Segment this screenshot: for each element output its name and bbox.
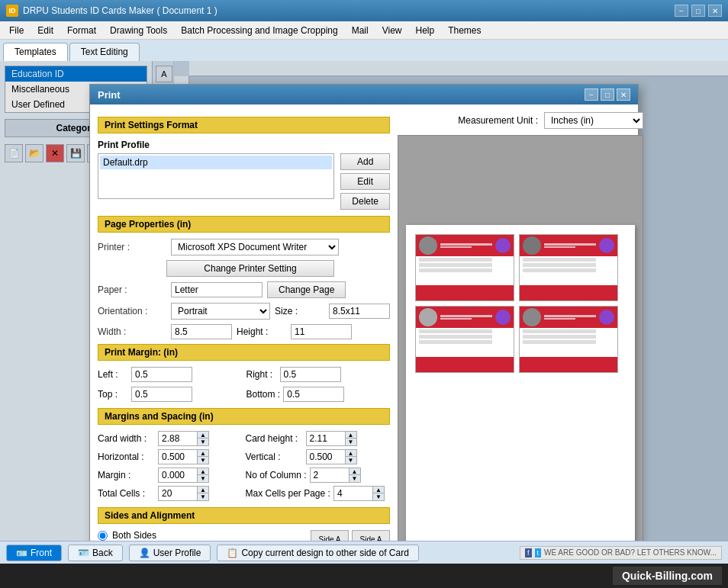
tab-bar: Templates Text Editing <box>0 40 728 61</box>
minimize-button[interactable]: − <box>675 5 688 17</box>
facebook-icon[interactable]: f <box>525 548 532 557</box>
no-column-spinbox-btns: ▲ ▼ <box>349 468 360 482</box>
back-tab[interactable]: 🪪 Back <box>68 545 123 561</box>
change-printer-button[interactable]: Change Printer Setting <box>166 260 334 277</box>
size-input[interactable] <box>329 304 390 319</box>
preview-card-4-body <box>520 328 617 357</box>
card-height-down[interactable]: ▼ <box>346 439 356 445</box>
no-column-input[interactable] <box>311 468 349 482</box>
margin-top-label: Top : <box>98 389 128 400</box>
tab-text-editing[interactable]: Text Editing <box>69 43 140 61</box>
card-width-label: Card width : <box>98 433 155 444</box>
measurement-select[interactable]: Inches (in) <box>544 112 643 129</box>
margin-grid: Left : Right : Top : <box>98 367 390 402</box>
height-input[interactable] <box>291 324 352 339</box>
no-column-down[interactable]: ▼ <box>350 475 360 482</box>
close-button[interactable]: ✕ <box>708 5 722 17</box>
max-cells-down[interactable]: ▼ <box>373 493 384 500</box>
card-height-up[interactable]: ▲ <box>346 432 356 439</box>
orientation-select[interactable]: Portrait <box>171 303 270 320</box>
menu-help[interactable]: Help <box>409 24 440 37</box>
user-profile-tab[interactable]: 👤 User Profile <box>129 545 211 561</box>
margin-left-input[interactable] <box>131 367 192 382</box>
card-width-up[interactable]: ▲ <box>198 432 208 439</box>
tab-templates[interactable]: Templates <box>3 43 68 61</box>
back-tab-label: Back <box>92 548 113 558</box>
preview-card-1-logo <box>495 238 511 253</box>
both-sides-radio[interactable] <box>98 531 108 541</box>
vertical-up[interactable]: ▲ <box>346 450 356 457</box>
horizontal-label: Horizontal : <box>98 451 155 462</box>
delete-profile-button[interactable]: Delete <box>340 193 390 210</box>
card-width-item: Card width : ▲ ▼ <box>98 431 243 446</box>
vertical-input[interactable] <box>307 450 345 464</box>
preview-card-2 <box>519 234 618 301</box>
max-cells-up[interactable]: ▲ <box>373 487 384 493</box>
menu-edit[interactable]: Edit <box>31 24 60 37</box>
preview-card-2-footer <box>520 285 617 300</box>
app-icon: ID <box>6 5 18 17</box>
horizontal-down[interactable]: ▼ <box>198 457 208 464</box>
card-width-spinbox: ▲ ▼ <box>158 431 209 446</box>
preview-card-3-body <box>416 328 514 357</box>
profile-buttons: Add Edit Delete <box>340 153 390 210</box>
horizontal-up[interactable]: ▲ <box>198 450 208 457</box>
main-area: Education ID Miscellaneous User Defined … <box>0 61 728 541</box>
margin-input[interactable] <box>159 468 197 482</box>
maximize-button[interactable]: □ <box>691 5 705 17</box>
copy-design-tab[interactable]: 📋 Copy current design to other side of C… <box>217 545 418 561</box>
margin-top-input[interactable] <box>131 387 192 402</box>
modal-left-col: Print Settings Format Print Profile Defa… <box>98 112 390 541</box>
max-cells-input[interactable] <box>334 487 372 500</box>
margin-bottom-input[interactable] <box>283 387 344 402</box>
menu-format[interactable]: Format <box>61 24 102 37</box>
margin-bottom-item: Bottom : <box>246 387 391 402</box>
margin-down[interactable]: ▼ <box>198 475 208 482</box>
card-height-spinbox-btns: ▲ ▼ <box>345 432 356 445</box>
change-page-button[interactable]: Change Page <box>267 281 346 298</box>
card-height-label: Card height : <box>246 433 303 444</box>
printer-label: Printer : <box>98 242 166 252</box>
no-column-spinbox: ▲ ▼ <box>310 468 361 483</box>
vertical-spinbox-btns: ▲ ▼ <box>345 450 356 464</box>
add-profile-button[interactable]: Add <box>340 153 390 170</box>
card-width-input[interactable] <box>159 432 197 445</box>
width-input[interactable] <box>171 324 232 339</box>
vertical-down[interactable]: ▼ <box>346 457 356 464</box>
total-cells-input[interactable] <box>159 487 197 500</box>
edit-profile-button[interactable]: Edit <box>340 173 390 190</box>
back-tab-icon: 🪪 <box>78 548 89 558</box>
menu-file[interactable]: File <box>3 24 30 37</box>
both-sides-label: Both Sides <box>112 530 156 541</box>
modal-close[interactable]: ✕ <box>617 88 630 101</box>
margin-right-input[interactable] <box>280 367 341 382</box>
printer-select[interactable]: Microsoft XPS Document Writer <box>171 239 339 255</box>
profile-list[interactable]: Default.drp <box>98 153 334 199</box>
menu-mail[interactable]: Mail <box>346 24 375 37</box>
profile-default[interactable]: Default.drp <box>100 156 332 169</box>
app-title: DRPU Students ID Cards Maker ( Document … <box>23 5 217 16</box>
front-tab[interactable]: 🪪 Front <box>6 545 62 561</box>
modal-minimize[interactable]: − <box>585 88 598 101</box>
total-cells-down[interactable]: ▼ <box>198 493 208 500</box>
total-cells-up[interactable]: ▲ <box>198 487 208 493</box>
menu-drawing-tools[interactable]: Drawing Tools <box>104 24 173 37</box>
modal-maximize[interactable]: □ <box>601 88 614 101</box>
menu-batch-processing[interactable]: Batch Processing and Image Cropping <box>175 24 343 37</box>
sides-content: Both Sides Only Front Side Head Up <box>98 530 390 541</box>
measurement-row: Measurement Unit : Inches (in) <box>398 112 643 129</box>
preview-card-3-logo <box>495 310 511 325</box>
twitter-icon[interactable]: t <box>535 548 542 557</box>
billing-text: Quick-Billing.com <box>613 567 722 585</box>
menu-themes[interactable]: Themes <box>442 24 487 37</box>
menu-view[interactable]: View <box>376 24 408 37</box>
no-column-up[interactable]: ▲ <box>350 468 360 475</box>
card-width-down[interactable]: ▼ <box>198 439 208 445</box>
horizontal-input[interactable] <box>159 450 197 464</box>
margin-up[interactable]: ▲ <box>198 468 208 475</box>
title-bar-controls: − □ ✕ <box>675 5 722 17</box>
menu-bar: File Edit Format Drawing Tools Batch Pro… <box>0 21 728 40</box>
paper-input[interactable] <box>171 282 263 297</box>
margin-item: Margin : ▲ ▼ <box>98 468 243 483</box>
card-height-input[interactable] <box>307 432 345 445</box>
